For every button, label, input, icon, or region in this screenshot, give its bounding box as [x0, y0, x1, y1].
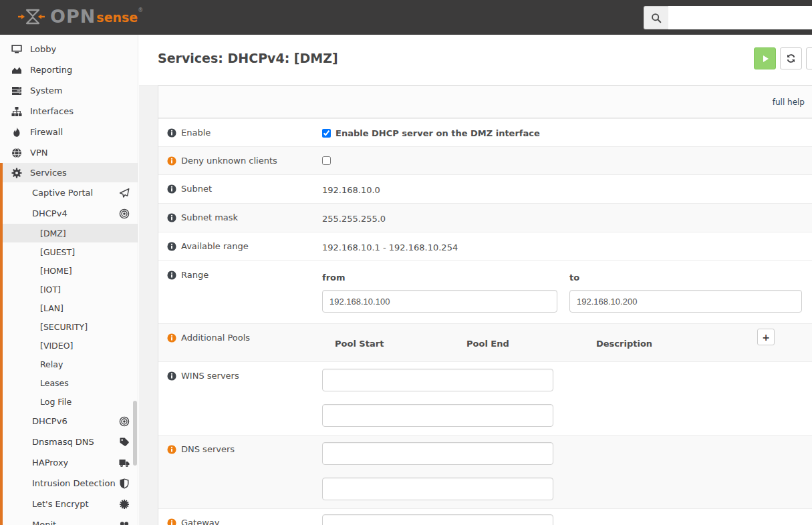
refresh-button[interactable]	[780, 47, 802, 69]
submenu-label: Dnsmasq DNS	[32, 437, 94, 447]
dhcp-settings-panel: full help Enable Enable DHCP server on t…	[158, 85, 812, 525]
sidebar-item-label: System	[30, 85, 62, 96]
sidebar-item-interfaces[interactable]: Interfaces	[0, 101, 138, 122]
sidebar-item-dhcpv4[interactable]: DHCPv4	[3, 203, 138, 224]
full-help-toggle[interactable]: full help	[773, 98, 805, 107]
sidebar-item-reporting[interactable]: Reporting	[0, 59, 138, 80]
field-label-text: Available range	[181, 241, 249, 251]
deny-unknown-clients-checkbox[interactable]	[322, 156, 331, 165]
search-input[interactable]	[668, 6, 812, 29]
field-label-text: Subnet mask	[181, 212, 238, 222]
subnet-mask-value: 255.255.255.0	[322, 214, 812, 224]
submenu-label: HAProxy	[32, 458, 68, 468]
sidebar-item-captive-portal[interactable]: Captive Portal	[3, 182, 138, 203]
opnsense-logo[interactable]: OPN sense ®	[17, 6, 143, 27]
tag-icon	[119, 437, 130, 448]
sidebar-item-firewall[interactable]: Firewall	[0, 122, 138, 142]
sidebar-item-intrusion-detection[interactable]: Intrusion Detection	[3, 473, 138, 494]
sidebar-item-monit[interactable]: Monit	[3, 514, 138, 525]
range-to-input[interactable]	[569, 290, 802, 313]
sidebar-item-label: Reporting	[30, 65, 72, 75]
sidebar-scrollbar-thumb[interactable]	[133, 401, 137, 466]
field-label-text: Subnet	[181, 184, 212, 194]
submenu-label: [HOME]	[40, 266, 72, 276]
sidebar-item-label: Lobby	[30, 44, 56, 54]
monit-icon	[119, 520, 130, 525]
pool-description-header: Description	[596, 339, 652, 349]
info-icon[interactable]	[167, 184, 176, 194]
available-range-value: 192.168.10.1 - 192.168.10.254	[322, 242, 812, 252]
sidebar-item-iot[interactable]: [IOT]	[3, 280, 138, 299]
sidebar-item-label: Services	[30, 168, 67, 178]
seal-icon	[119, 499, 130, 510]
sidebar: Lobby Reporting System Interfaces Firewa…	[0, 35, 138, 525]
info-icon[interactable]	[167, 271, 176, 280]
dns-server-input-1[interactable]	[322, 442, 553, 465]
gateway-input[interactable]	[322, 514, 553, 525]
info-icon[interactable]	[167, 371, 176, 381]
info-icon[interactable]	[167, 156, 176, 166]
sidebar-item-guest[interactable]: [GUEST]	[3, 242, 138, 261]
sidebar-item-dnsmasq-dns[interactable]: Dnsmasq DNS	[3, 431, 138, 452]
field-label-text: Gateway	[181, 518, 219, 525]
form-row-additional-pools: Additional Pools Pool Start Pool End Des…	[158, 323, 812, 361]
chart-area-icon	[11, 65, 22, 75]
field-label: DNS servers	[158, 435, 322, 508]
submenu-label: [GUEST]	[40, 247, 75, 257]
dns-server-input-2[interactable]	[322, 478, 553, 500]
submenu-label: Monit	[32, 520, 56, 525]
sidebar-item-haproxy[interactable]: HAProxy	[3, 452, 138, 473]
sidebar-item-video[interactable]: [VIDEO]	[3, 336, 138, 355]
sidebar-item-vpn[interactable]: VPN	[0, 142, 138, 163]
sidebar-item-system[interactable]: System	[0, 80, 138, 101]
sidebar-item-label: Firewall	[30, 127, 63, 137]
play-button[interactable]	[754, 47, 776, 69]
form-row-enable: Enable Enable DHCP server on the DMZ int…	[158, 118, 812, 146]
range-from-input[interactable]	[322, 290, 557, 313]
field-label: Available range	[158, 232, 322, 260]
sidebar-item-leases[interactable]: Leases	[3, 373, 138, 392]
sidebar-item-dhcpv6[interactable]: DHCPv6	[3, 411, 138, 431]
submenu-label: [DMZ]	[40, 228, 66, 238]
wins-server-input-1[interactable]	[322, 369, 553, 391]
submenu-label: DHCPv4	[32, 208, 67, 218]
sidebar-item-dmz[interactable]: [DMZ]	[3, 224, 138, 242]
field-label: Additional Pools	[158, 324, 322, 361]
info-icon[interactable]	[167, 445, 176, 454]
panel-help-bar: full help	[158, 86, 812, 118]
add-pool-button[interactable]: +	[757, 329, 775, 345]
sidebar-item-lan[interactable]: [LAN]	[3, 299, 138, 317]
info-icon[interactable]	[167, 213, 176, 222]
sidebar-item-log-file[interactable]: Log File	[3, 392, 138, 411]
sitemap-icon	[11, 106, 22, 117]
sidebar-item-security[interactable]: [SECURITY]	[3, 317, 138, 336]
sidebar-item-relay[interactable]: Relay	[3, 355, 138, 373]
services-menu-block: Services Captive Portal DHCPv4 [DMZ] [GU…	[0, 163, 138, 525]
play-icon	[760, 53, 771, 64]
pools-table-header: Pool Start Pool End Description	[322, 339, 812, 349]
range-to-header: to	[569, 273, 802, 283]
sidebar-item-label: Interfaces	[30, 106, 74, 116]
submenu-label: [VIDEO]	[40, 341, 73, 351]
field-label-text: WINS servers	[181, 371, 239, 381]
info-icon[interactable]	[167, 242, 176, 251]
submenu-label: Let's Encrypt	[32, 499, 89, 509]
field-label-text: DNS servers	[181, 444, 235, 454]
field-label: Range	[158, 261, 322, 323]
sidebar-item-home[interactable]: [HOME]	[3, 261, 138, 280]
info-icon[interactable]	[167, 128, 176, 138]
info-icon[interactable]	[167, 333, 176, 343]
sidebar-item-services[interactable]: Services	[3, 163, 138, 182]
field-label: Subnet mask	[158, 204, 322, 232]
info-icon[interactable]	[167, 518, 176, 525]
bullseye-icon	[119, 416, 130, 427]
toolbar-extra-button[interactable]	[806, 47, 812, 69]
main-content: Services: DHCPv4: [DMZ] full help Enable…	[139, 35, 812, 525]
gear-icon	[11, 168, 22, 178]
field-label-text: Range	[181, 270, 209, 280]
wins-server-input-2[interactable]	[322, 404, 553, 427]
enable-dhcp-checkbox[interactable]	[322, 129, 331, 138]
form-row-deny-unknown-clients: Deny unknown clients	[158, 146, 812, 174]
sidebar-item-lets-encrypt[interactable]: Let's Encrypt	[3, 494, 138, 514]
sidebar-item-lobby[interactable]: Lobby	[0, 39, 138, 59]
